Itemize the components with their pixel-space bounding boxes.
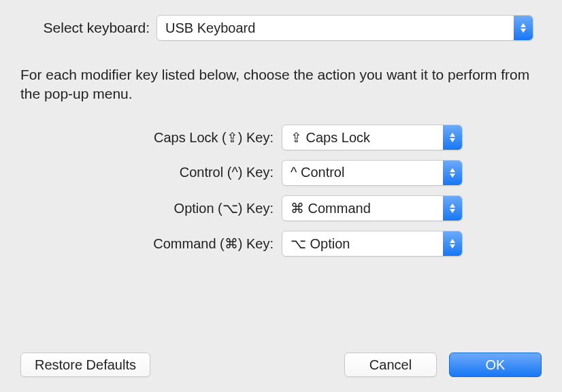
keyboard-select-label: Select keyboard: [20,20,156,36]
mapping-row-caps-lock: Caps Lock (⇪) Key: ⇪ Caps Lock [20,125,542,150]
popup-caret-icon [443,196,462,220]
ok-button[interactable]: OK [449,353,542,377]
keyboard-select-popup[interactable]: USB Keyboard [156,15,533,41]
popup-caret-icon [514,16,533,40]
mapping-block: Caps Lock (⇪) Key: ⇪ Caps Lock Control (… [20,125,542,257]
restore-defaults-button[interactable]: Restore Defaults [20,353,150,377]
popup-caret-icon [443,161,462,185]
mapping-row-option: Option (⌥) Key: ⌘ Command [20,195,542,221]
popup-caret-icon [443,231,462,256]
control-popup[interactable]: ^ Control [282,160,463,186]
modifier-keys-sheet: Select keyboard: USB Keyboard For each m… [0,0,562,281]
command-popup[interactable]: ⌥ Option [282,231,463,257]
option-popup[interactable]: ⌘ Command [282,195,463,221]
cancel-button[interactable]: Cancel [344,353,437,377]
caps-lock-value: ⇪ Caps Lock [291,129,370,146]
right-buttons: Cancel OK [344,353,542,377]
button-bar: Restore Defaults Cancel OK [20,353,542,377]
instructions-text: For each modifier key listed below, choo… [20,65,542,104]
keyboard-select-row: Select keyboard: USB Keyboard [20,15,542,41]
option-value: ⌘ Command [291,200,371,216]
option-label: Option (⌥) Key: [20,200,282,216]
mapping-row-command: Command (⌘) Key: ⌥ Option [20,231,542,257]
mapping-row-control: Control (^) Key: ^ Control [20,160,542,186]
keyboard-select-value: USB Keyboard [165,20,255,36]
control-value: ^ Control [291,165,344,180]
caps-lock-label: Caps Lock (⇪) Key: [20,129,282,146]
caps-lock-popup[interactable]: ⇪ Caps Lock [282,125,463,150]
popup-caret-icon [443,125,462,150]
command-value: ⌥ Option [291,235,350,252]
command-label: Command (⌘) Key: [20,235,282,252]
control-label: Control (^) Key: [20,165,282,180]
